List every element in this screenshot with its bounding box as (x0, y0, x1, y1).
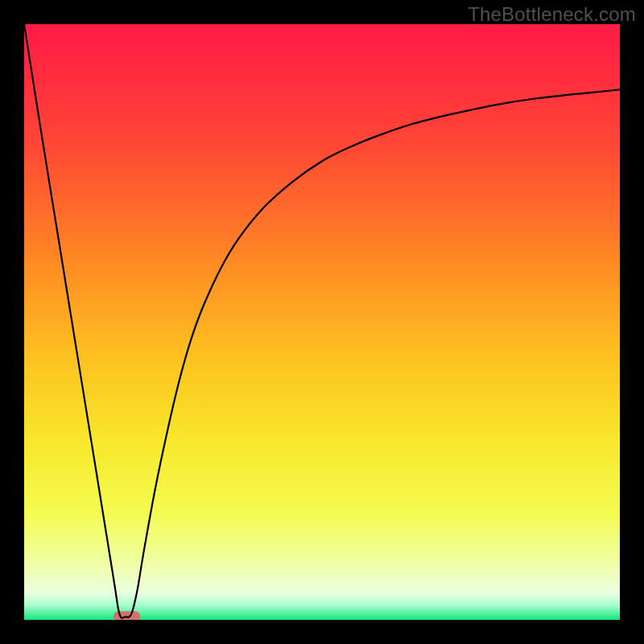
optimal-marker (114, 611, 140, 620)
gradient-background (24, 24, 620, 620)
plot-area (24, 24, 620, 620)
chart-frame: TheBottleneck.com (0, 0, 644, 644)
watermark-text: TheBottleneck.com (468, 3, 636, 26)
chart-svg (24, 24, 620, 620)
